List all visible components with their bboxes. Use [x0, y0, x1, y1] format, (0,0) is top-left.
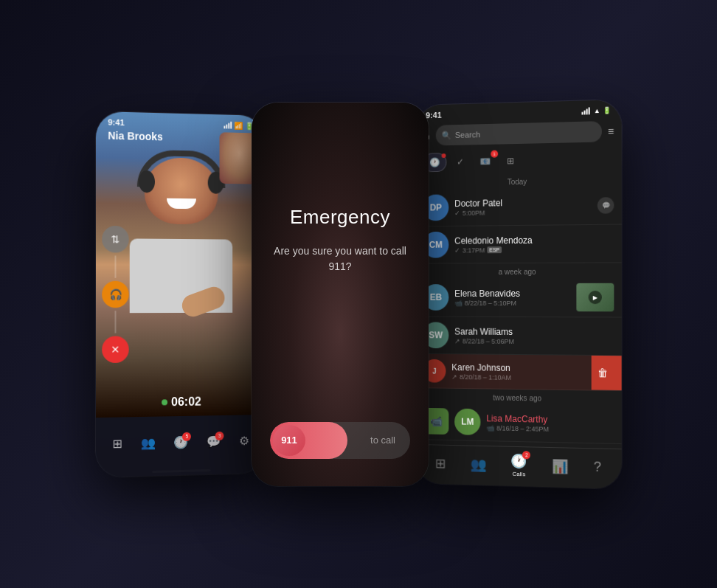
phone-emergency: Emergency Are you sure you want to call … [252, 103, 429, 486]
call-name-cm: Celedonio Mendoza [454, 234, 614, 246]
play-icon: ▶ [589, 290, 602, 303]
phone1-time: 9:41 [108, 117, 124, 127]
dialpad-icon: ⊞ [435, 454, 446, 471]
search-icon: 🔍 [441, 130, 451, 139]
phone3-status-icons: ▲ 🔋 [582, 106, 612, 114]
call-name-sw: Sarah Williams [454, 326, 614, 337]
nav3-dialpad[interactable]: ⊞ [435, 454, 446, 471]
call-item-lisa[interactable]: 📹 LM Lisa MacCarthy 📹8/16/18 – 2:45PM [416, 402, 622, 443]
call-item-elena[interactable]: EB Elena Benavides 📹8/22/18 – 5:10PM ▶ [416, 277, 622, 317]
filter-voicemail[interactable]: 📧 1 [474, 151, 497, 170]
search-bar[interactable]: 🔍 Search [435, 121, 601, 145]
phone-call-history: 9:41 ▲ 🔋 ⌂ 🔍 Search [416, 99, 622, 488]
delete-button[interactable]: 🗑 [592, 355, 622, 390]
calls-label: Calls [513, 470, 526, 477]
nav3-calls[interactable]: 🕐 2 Calls [511, 452, 527, 477]
nav-settings[interactable]: ⚙ [239, 433, 249, 447]
slider-track[interactable]: 911 to call [270, 422, 410, 459]
search-placeholder: Search [455, 130, 480, 139]
call-info-cm: Celedonio Mendoza ✓3:17PM ESP [454, 234, 614, 254]
analytics-icon: 📊 [552, 457, 568, 474]
call-name-lm: Lisa MacCarthy [486, 412, 614, 425]
phone3-signal [582, 107, 590, 114]
slider-label: to call [370, 435, 395, 446]
help-icon: ? [594, 459, 601, 475]
call-name-kj: Karen Johnson [451, 362, 585, 373]
nav-recents[interactable]: 🕐 5 [174, 435, 189, 449]
call-info-sw: Sarah Williams ↗8/22/18 – 5:06PM [454, 326, 614, 345]
phone2-content: Emergency Are you sure you want to call … [252, 103, 429, 486]
phone1-timer: 06:02 [162, 395, 201, 409]
esp-badge: ESP [487, 246, 502, 253]
menu-icon[interactable]: ≡ [608, 125, 614, 136]
signal-bars [224, 121, 232, 128]
call-info-dp1: Doctor Patel ✓5:00PM [454, 196, 592, 216]
headset-button[interactable]: 🎧 [102, 280, 129, 307]
filter-dot-red [442, 153, 446, 158]
call-item-sarah[interactable]: SW Sarah Williams ↗8/22/18 – 5:06PM [416, 317, 622, 356]
recents-badge: 5 [182, 432, 191, 440]
slider-thumb[interactable]: 911 [273, 425, 305, 456]
emergency-title: Emergency [290, 206, 390, 229]
nav-dialpad[interactable]: ⊞ [113, 436, 122, 450]
nav3-analytics[interactable]: 📊 [552, 457, 568, 474]
phone3-filters: 🕐 ✓ 📧 1 ⊞ [416, 145, 622, 175]
calls-badge: 2 [522, 451, 530, 459]
phone3-call-list: Today DP Doctor Patel ✓5:00PM 💬 CM [416, 171, 622, 449]
section-week-ago: a week ago [416, 263, 622, 278]
nav-contacts[interactable]: 👥 [141, 435, 156, 450]
call-name-eb: Elena Benavides [454, 288, 570, 298]
video-thumbnail-eb: ▶ [576, 283, 614, 311]
phone1-caller-name: Nia Brooks [108, 129, 163, 142]
call-info-eb: Elena Benavides 📹8/22/18 – 5:10PM [454, 288, 570, 306]
avatar-lm: LM [454, 408, 480, 435]
nav-messages[interactable]: 💬 3 [207, 434, 221, 448]
phone1-status-icons: 📶 🔋 [224, 120, 253, 129]
phone3-bottom-nav: ⊞ 👥 🕐 2 Calls 📊 ? [416, 443, 622, 488]
call-bubble-dp1[interactable]: 💬 [598, 197, 614, 214]
call-meta-kj: ↗8/20/18 – 1:10AM [451, 373, 585, 381]
phone1-bottom-nav: ⊞ 👥 🕐 5 💬 3 ⚙ [96, 414, 265, 477]
voicemail-badge: 1 [491, 150, 498, 157]
nav3-contacts[interactable]: 👥 [470, 455, 486, 471]
call-info-lm: Lisa MacCarthy 📹8/16/18 – 2:45PM [486, 412, 614, 433]
phone1-side-controls: ⇅ 🎧 ✕ [102, 225, 129, 362]
emergency-slider[interactable]: 911 to call [270, 422, 410, 459]
call-item-doctor-patel-1[interactable]: DP Doctor Patel ✓5:00PM 💬 [416, 186, 622, 226]
filter-settings[interactable]: ⊞ [501, 151, 520, 170]
call-item-karen[interactable]: J Karen Johnson ↗8/20/18 – 1:10AM 🗑 [416, 353, 622, 390]
emergency-subtitle: Are you sure you want to call 911? [252, 243, 429, 274]
contacts-icon: 👥 [470, 455, 486, 471]
nav3-help[interactable]: ? [594, 459, 601, 475]
call-item-celedonio[interactable]: CM Celedonio Mendoza ✓3:17PM ESP [416, 224, 622, 263]
phones-container: 9:41 📶 🔋 Nia Brooks ⇅ [0, 0, 717, 588]
call-meta-eb: 📹8/22/18 – 5:10PM [454, 299, 570, 306]
call-meta-cm: ✓3:17PM ESP [454, 245, 614, 253]
call-name-dp1: Doctor Patel [454, 196, 592, 209]
phone3-content: 9:41 ▲ 🔋 ⌂ 🔍 Search [416, 99, 622, 488]
call-meta-sw: ↗8/22/18 – 5:06PM [454, 336, 614, 345]
phone-video-call: 9:41 📶 🔋 Nia Brooks ⇅ [96, 111, 265, 477]
timer-dot [162, 399, 167, 405]
phone3-header: ⌂ 🔍 Search ≡ [416, 117, 622, 151]
call-meta-dp1: ✓5:00PM [454, 207, 592, 216]
filter-contacts[interactable]: ✓ [451, 152, 469, 171]
end-call-button[interactable]: ✕ [102, 336, 129, 363]
call-info-kj: Karen Johnson ↗8/20/18 – 1:10AM [451, 362, 585, 381]
messages-badge: 3 [215, 431, 224, 440]
swap-button[interactable]: ⇅ [102, 225, 129, 252]
